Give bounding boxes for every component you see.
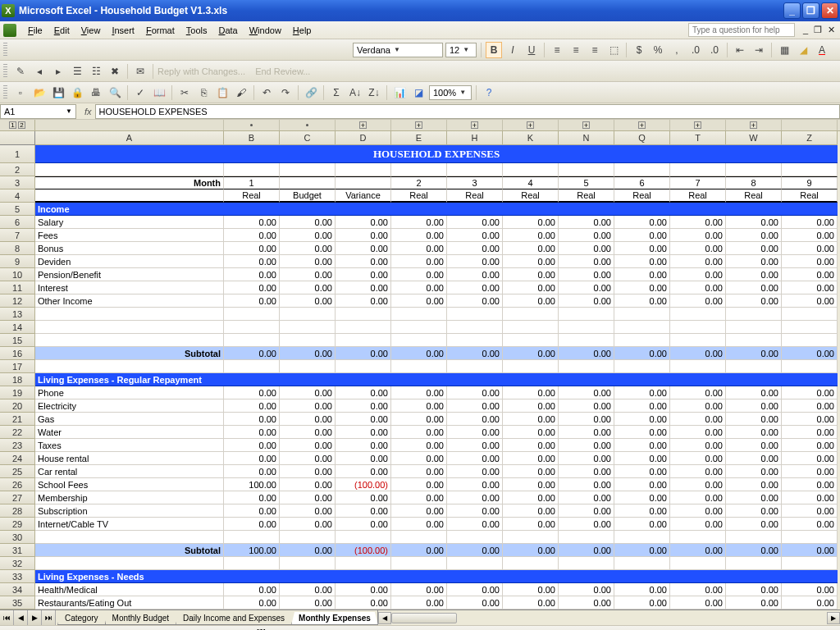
underline-button[interactable]: U <box>523 42 540 58</box>
data-cell[interactable]: 0.00 <box>224 242 280 255</box>
data-cell[interactable]: 0.00 <box>224 596 280 609</box>
data-cell[interactable]: 0.00 <box>336 347 391 360</box>
print-button[interactable]: 🖶 <box>88 84 104 101</box>
data-cell[interactable]: 0.00 <box>391 491 447 504</box>
data-cell[interactable]: 0.00 <box>670 478 726 491</box>
data-cell[interactable]: 0.00 <box>559 413 614 426</box>
col-header-T[interactable]: T <box>670 131 726 145</box>
data-cell[interactable]: 0.00 <box>391 439 447 452</box>
data-cell[interactable]: 0.00 <box>614 281 670 294</box>
row-header-5[interactable]: 5 <box>0 203 35 216</box>
data-cell[interactable]: 0.00 <box>726 294 782 308</box>
cell[interactable] <box>614 321 670 334</box>
cell[interactable] <box>336 360 391 373</box>
data-cell[interactable]: 0.00 <box>726 544 782 557</box>
toolbar-grip[interactable] <box>3 85 7 100</box>
data-cell[interactable]: 0.00 <box>614 491 670 504</box>
data-cell[interactable]: 0.00 <box>559 544 614 557</box>
cell[interactable] <box>670 334 726 347</box>
align-center-button[interactable]: ≡ <box>568 42 584 58</box>
data-cell[interactable]: 0.00 <box>447 439 503 452</box>
drawing-button[interactable]: ◪ <box>410 84 427 101</box>
data-cell[interactable]: 0.00 <box>224 583 280 596</box>
cell[interactable] <box>503 308 559 321</box>
data-cell[interactable]: 0.00 <box>336 596 391 609</box>
spelling-button[interactable]: ✓ <box>132 84 148 101</box>
data-cell[interactable]: 0.00 <box>447 583 503 596</box>
cell[interactable] <box>670 360 726 373</box>
cell[interactable] <box>336 531 391 544</box>
outline-expand-button[interactable]: + <box>447 120 503 130</box>
data-label[interactable]: Restaurants/Eating Out <box>35 596 224 609</box>
send-mail-button[interactable]: ✉ <box>132 63 148 80</box>
tab-last-button[interactable]: ⏭ <box>42 610 56 625</box>
cell[interactable] <box>447 557 503 570</box>
outline-expand-button[interactable]: + <box>559 120 614 130</box>
data-cell[interactable]: 0.00 <box>726 229 782 242</box>
data-cell[interactable]: 0.00 <box>782 413 838 426</box>
subheader-cell[interactable]: Variance <box>336 189 391 203</box>
data-cell[interactable]: 0.00 <box>614 242 670 255</box>
data-cell[interactable]: 0.00 <box>726 242 782 255</box>
data-cell[interactable]: 0.00 <box>559 478 614 491</box>
menu-tools[interactable]: Tools <box>180 24 213 37</box>
merge-center-button[interactable]: ⬚ <box>605 42 622 58</box>
comma-button[interactable]: , <box>669 42 685 58</box>
cell[interactable] <box>782 360 838 373</box>
data-cell[interactable]: 0.00 <box>782 347 838 360</box>
data-cell[interactable]: 0.00 <box>726 268 782 281</box>
data-cell[interactable]: 0.00 <box>614 452 670 465</box>
data-cell[interactable]: 0.00 <box>224 399 280 413</box>
month-num[interactable]: 1 <box>224 176 280 189</box>
data-cell[interactable]: 0.00 <box>670 347 726 360</box>
row-header-16[interactable]: 16 <box>0 347 35 360</box>
cell[interactable] <box>224 531 280 544</box>
cell[interactable] <box>782 531 838 544</box>
data-cell[interactable]: 0.00 <box>336 281 391 294</box>
data-cell[interactable]: 0.00 <box>670 518 726 531</box>
month-num[interactable] <box>336 176 391 189</box>
row-header-32[interactable]: 32 <box>0 557 35 570</box>
data-cell[interactable]: 0.00 <box>503 439 559 452</box>
data-cell[interactable]: 0.00 <box>614 518 670 531</box>
data-cell[interactable]: 0.00 <box>559 504 614 518</box>
data-cell[interactable]: 0.00 <box>782 399 838 413</box>
data-label[interactable]: Membership <box>35 491 224 504</box>
cell[interactable] <box>726 360 782 373</box>
data-label[interactable]: School Fees <box>35 478 224 491</box>
row-header-2[interactable]: 2 <box>0 163 35 176</box>
cell[interactable] <box>559 163 614 176</box>
data-cell[interactable]: 0.00 <box>280 229 336 242</box>
data-cell[interactable]: 0.00 <box>391 399 447 413</box>
help-search-input[interactable] <box>688 23 795 37</box>
data-cell[interactable]: 0.00 <box>391 281 447 294</box>
row-header-29[interactable]: 29 <box>0 518 35 531</box>
data-cell[interactable]: 0.00 <box>726 439 782 452</box>
cell[interactable] <box>447 360 503 373</box>
data-cell[interactable]: 0.00 <box>614 426 670 439</box>
row-header-27[interactable]: 27 <box>0 491 35 504</box>
cell[interactable] <box>280 531 336 544</box>
month-num[interactable]: 9 <box>782 176 838 189</box>
data-cell[interactable]: 0.00 <box>447 242 503 255</box>
data-cell[interactable]: 0.00 <box>726 386 782 399</box>
autosum-button[interactable]: Σ <box>328 84 345 101</box>
row-header-10[interactable]: 10 <box>0 268 35 281</box>
menu-help[interactable]: Help <box>287 24 317 37</box>
data-cell[interactable]: 0.00 <box>503 229 559 242</box>
workbook-icon[interactable] <box>3 24 16 37</box>
outline-expand-button[interactable]: + <box>503 120 559 130</box>
data-cell[interactable]: 0.00 <box>614 439 670 452</box>
data-cell[interactable]: 0.00 <box>726 347 782 360</box>
data-cell[interactable]: 0.00 <box>391 452 447 465</box>
data-cell[interactable]: 0.00 <box>280 518 336 531</box>
row-header-25[interactable]: 25 <box>0 465 35 478</box>
data-cell[interactable]: 0.00 <box>391 583 447 596</box>
cell[interactable] <box>336 308 391 321</box>
cell[interactable] <box>447 163 503 176</box>
outline-expand-button[interactable]: + <box>726 120 782 130</box>
data-cell[interactable]: 0.00 <box>280 255 336 268</box>
cell[interactable] <box>559 557 614 570</box>
data-cell[interactable]: 0.00 <box>614 294 670 308</box>
data-cell[interactable]: 0.00 <box>224 255 280 268</box>
